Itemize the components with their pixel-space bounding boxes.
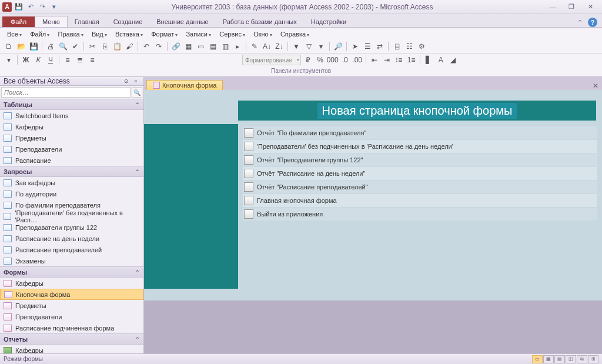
relation-icon[interactable]: ⇄ bbox=[374, 41, 385, 52]
currency-icon[interactable]: ₽ bbox=[303, 55, 313, 65]
bold-icon[interactable]: Ж bbox=[21, 55, 31, 65]
new-icon[interactable]: 🗋 bbox=[4, 41, 14, 52]
nav-item[interactable]: Кафедры bbox=[0, 345, 143, 354]
dropdown-icon[interactable]: ▾ bbox=[4, 55, 14, 65]
nav-group-header[interactable]: Формы⌃ bbox=[0, 266, 143, 278]
save-icon[interactable]: 💾 bbox=[28, 41, 39, 52]
switchboard-button[interactable] bbox=[244, 196, 253, 205]
switchboard-button[interactable] bbox=[244, 182, 253, 192]
ribbon-tab-menu[interactable]: Меню bbox=[35, 16, 68, 27]
switchboard-button[interactable] bbox=[244, 169, 253, 178]
save-icon[interactable]: 💾 bbox=[14, 2, 24, 12]
nav-header[interactable]: Все объекты Access ⊙ « bbox=[0, 77, 143, 86]
nav-item[interactable]: 'Преподаватели' без подчиненных в 'Расп… bbox=[0, 211, 143, 222]
nav-item[interactable]: По аудитории bbox=[0, 188, 143, 199]
menu-file[interactable]: Файл bbox=[26, 29, 53, 39]
code-icon[interactable]: ⚙ bbox=[416, 41, 427, 52]
nav-item[interactable]: Расписание на день недели bbox=[0, 233, 143, 244]
menu-records[interactable]: Записи bbox=[182, 29, 215, 39]
menu-edit[interactable]: Правка bbox=[54, 29, 86, 39]
prop-icon[interactable]: ☷ bbox=[404, 41, 414, 52]
view-form-button[interactable]: ▭ bbox=[532, 355, 543, 363]
nav-item[interactable]: Предметы bbox=[0, 300, 143, 311]
menu-insert[interactable]: Вставка bbox=[112, 29, 146, 39]
find-icon[interactable]: 🔎 bbox=[333, 41, 343, 52]
nav-collapse-icon[interactable]: « bbox=[132, 77, 140, 85]
italic-icon[interactable]: К bbox=[33, 55, 44, 65]
document-close-button[interactable]: ✕ bbox=[589, 82, 602, 90]
ribbon-tab-external[interactable]: Внешние данные bbox=[149, 16, 215, 27]
nav-item[interactable]: Преподаватели bbox=[0, 311, 143, 322]
percent-icon[interactable]: % bbox=[315, 55, 326, 65]
ribbon-tab-addins[interactable]: Надстройки bbox=[304, 16, 353, 27]
ribbon-tab-home[interactable]: Главная bbox=[68, 16, 106, 27]
nav-item[interactable]: Преподаватели группы 122 bbox=[0, 222, 143, 233]
view-datasheet-button[interactable]: ▦ bbox=[543, 355, 554, 363]
nav-item[interactable]: Предметы bbox=[0, 132, 143, 143]
view-pivot-button[interactable]: ⊞ bbox=[588, 355, 598, 363]
cut-icon[interactable]: ✂ bbox=[87, 41, 98, 52]
menu-help[interactable]: Справка bbox=[277, 29, 313, 39]
preview-icon[interactable]: 🔍 bbox=[58, 41, 68, 52]
nav-item[interactable]: Экзамены bbox=[0, 255, 143, 266]
numbering-icon[interactable]: 1≡ bbox=[406, 55, 417, 65]
view-icon[interactable]: ▦ bbox=[183, 41, 193, 52]
nav-item[interactable]: Switchboard Items bbox=[0, 110, 143, 121]
undo-icon[interactable]: ↶ bbox=[141, 41, 152, 52]
filter-sel-icon[interactable]: ▽ bbox=[303, 41, 314, 52]
filter-icon[interactable]: ▼ bbox=[291, 41, 302, 52]
fontcolor-icon[interactable]: A bbox=[436, 55, 446, 65]
view-design-button[interactable]: ◫ bbox=[566, 355, 576, 363]
close-button[interactable]: ✕ bbox=[583, 2, 597, 12]
search-input[interactable] bbox=[1, 87, 131, 98]
nav-group-header[interactable]: Отчеты⌃ bbox=[0, 333, 143, 345]
formatting-combo[interactable]: Форматирование bbox=[242, 55, 301, 65]
nav-item[interactable]: Кафедры bbox=[0, 121, 143, 132]
database-icon[interactable]: ⌸ bbox=[392, 41, 402, 52]
dec-dec-icon[interactable]: .00 bbox=[352, 55, 363, 65]
nav-item[interactable]: Расписание bbox=[0, 155, 143, 166]
form-icon[interactable]: ▭ bbox=[195, 41, 206, 52]
indent-inc-icon[interactable]: ⇥ bbox=[382, 55, 392, 65]
copy-icon[interactable]: ⎘ bbox=[99, 41, 110, 52]
nav-group-header[interactable]: Запросы⌃ bbox=[0, 166, 143, 177]
underline-icon[interactable]: Ч bbox=[45, 55, 56, 65]
nav-dropdown-icon[interactable]: ⊙ bbox=[122, 77, 131, 85]
menu-tools[interactable]: Сервис bbox=[216, 29, 249, 39]
switchboard-button[interactable] bbox=[244, 209, 253, 219]
switchboard-button[interactable] bbox=[244, 155, 253, 165]
filter-adv-icon[interactable]: ▾ bbox=[316, 41, 326, 52]
sort-za-icon[interactable]: Z↓ bbox=[274, 41, 285, 52]
align-center-icon[interactable]: ≣ bbox=[75, 55, 85, 65]
nav-item[interactable]: Расписание подчиненная форма bbox=[0, 322, 143, 333]
newrec-icon[interactable]: ▸ bbox=[232, 41, 243, 52]
indent-dec-icon[interactable]: ⇤ bbox=[369, 55, 380, 65]
nav-item[interactable]: Кафедры bbox=[0, 278, 143, 289]
format-painter-icon[interactable]: 🖌 bbox=[124, 41, 135, 52]
switchboard-button[interactable] bbox=[244, 128, 253, 138]
menu-window[interactable]: Окно bbox=[250, 29, 276, 39]
nav-item[interactable]: Расписание преподавателей bbox=[0, 244, 143, 255]
align-right-icon[interactable]: ≡ bbox=[87, 55, 98, 65]
spell-icon[interactable]: ✔ bbox=[70, 41, 81, 52]
redo-icon[interactable]: ↷ bbox=[38, 2, 47, 12]
nav-item[interactable]: Зав кафедры bbox=[0, 177, 143, 188]
menu-format[interactable]: Формат bbox=[148, 29, 181, 39]
nav-group-header[interactable]: Таблицы⌃ bbox=[0, 99, 143, 110]
search-button[interactable]: 🔍 bbox=[132, 87, 142, 98]
paste-icon[interactable]: 📋 bbox=[112, 41, 122, 52]
ribbon-tab-dbtools[interactable]: Работа с базами данных bbox=[216, 16, 304, 27]
restore-button[interactable]: ❐ bbox=[564, 2, 578, 12]
fillcolor-icon[interactable]: ◢ bbox=[448, 55, 459, 65]
inc-dec-icon[interactable]: .0 bbox=[340, 55, 350, 65]
pencil-icon[interactable]: ✎ bbox=[249, 41, 260, 52]
menu-all[interactable]: Все bbox=[4, 29, 25, 39]
highlight-icon[interactable]: ▋ bbox=[423, 55, 434, 65]
link-icon[interactable]: 🔗 bbox=[170, 41, 181, 52]
view-layout-button[interactable]: ▤ bbox=[554, 355, 565, 363]
help-icon[interactable]: ? bbox=[588, 18, 597, 27]
view-sql-button[interactable]: ⧉ bbox=[577, 355, 587, 363]
document-tab[interactable]: Кнопочная форма bbox=[146, 80, 223, 90]
open-icon[interactable]: 📂 bbox=[16, 41, 26, 52]
print-icon[interactable]: 🖨 bbox=[45, 41, 56, 52]
